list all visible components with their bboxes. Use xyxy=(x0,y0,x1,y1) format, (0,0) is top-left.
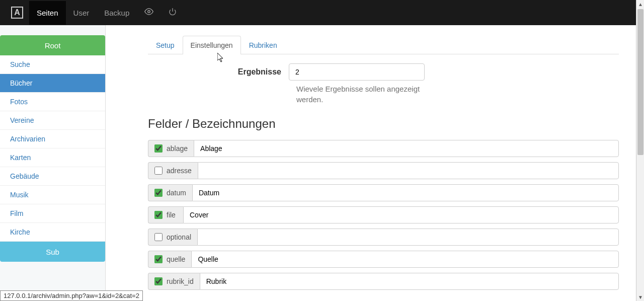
nav-user[interactable]: User xyxy=(66,1,97,25)
sidebar-item-fotos[interactable]: Fotos xyxy=(0,93,105,111)
top-navbar: A Seiten User Backup xyxy=(0,0,644,25)
results-input[interactable] xyxy=(289,63,425,81)
sidebar-item-musik[interactable]: Musik xyxy=(0,186,105,204)
sidebar-item-karten[interactable]: Karten xyxy=(0,148,105,167)
root-button[interactable]: Root xyxy=(0,35,105,55)
scrollbar-thumb[interactable] xyxy=(637,9,643,155)
sidebar: Root Suche Bücher Fotos Vereine Archivar… xyxy=(0,25,106,301)
logo[interactable]: A xyxy=(11,7,23,19)
field-checkbox-quelle[interactable] xyxy=(154,255,163,263)
scroll-up-icon[interactable]: ▲ xyxy=(636,0,644,8)
sidebar-item-kirche[interactable]: Kirche xyxy=(0,223,105,242)
field-value-input-datum[interactable] xyxy=(192,184,619,201)
field-value-input-optional[interactable] xyxy=(197,229,619,246)
results-help: Wievele Ergebnisse sollen angezeigt werd… xyxy=(296,84,427,105)
field-key-label: quelle xyxy=(167,255,185,263)
field-key-label: ablage xyxy=(167,144,188,153)
field-addon: file xyxy=(148,206,183,223)
scroll-down-icon[interactable]: ▼ xyxy=(636,293,644,301)
field-value-input-file[interactable] xyxy=(183,206,619,223)
field-addon: quelle xyxy=(148,251,191,268)
field-key-label: file xyxy=(167,211,176,219)
tabs: Setup Einstellungen Rubriken xyxy=(148,35,619,54)
field-checkbox-datum[interactable] xyxy=(154,189,163,197)
main-panel: Setup Einstellungen Rubriken Ergebnisse … xyxy=(106,25,644,301)
field-key-label: rubrik_id xyxy=(167,277,194,285)
svg-point-0 xyxy=(148,11,150,13)
results-label: Ergebnisse xyxy=(148,67,289,77)
field-row-ablage: ablage xyxy=(148,140,619,157)
field-key-label: datum xyxy=(167,189,186,197)
field-addon: optional xyxy=(148,229,197,246)
tab-einstellungen[interactable]: Einstellungen xyxy=(183,36,241,54)
field-row-adresse: adresse xyxy=(148,162,619,179)
sidebar-item-gebaeude[interactable]: Gebäude xyxy=(0,167,105,186)
field-addon: ablage xyxy=(148,140,194,157)
field-checkbox-rubrik_id[interactable] xyxy=(154,277,163,285)
eye-icon[interactable] xyxy=(137,7,161,18)
status-bar: 127.0.0.1/archiv/admin.php?aw=1&id=2&cat… xyxy=(0,290,143,301)
field-value-input-ablage[interactable] xyxy=(194,140,619,157)
field-value-input-rubrik_id[interactable] xyxy=(200,273,619,290)
field-addon: rubrik_id xyxy=(148,273,200,290)
field-checkbox-adresse[interactable] xyxy=(154,167,163,175)
field-row-datum: datum xyxy=(148,184,619,201)
field-value-input-adresse[interactable] xyxy=(198,162,619,179)
tab-setup[interactable]: Setup xyxy=(148,36,183,54)
sidebar-item-archivarien[interactable]: Archivarien xyxy=(0,130,105,148)
scrollbar[interactable]: ▲ ▼ xyxy=(636,0,644,301)
nav-backup[interactable]: Backup xyxy=(97,1,137,25)
field-row-optional: optional xyxy=(148,229,619,246)
sidebar-item-buecher[interactable]: Bücher xyxy=(0,74,105,93)
sidebar-item-vereine[interactable]: Vereine xyxy=(0,111,105,130)
field-key-label: optional xyxy=(167,233,191,241)
sidebar-item-film[interactable]: Film xyxy=(0,204,105,223)
field-addon: datum xyxy=(148,184,192,201)
field-row-rubrik_id: rubrik_id xyxy=(148,273,619,290)
field-row-file: file xyxy=(148,206,619,223)
sub-button[interactable]: Sub xyxy=(0,242,105,262)
field-addon: adresse xyxy=(148,162,198,179)
tab-rubriken[interactable]: Rubriken xyxy=(241,36,285,54)
field-value-input-quelle[interactable] xyxy=(191,251,619,268)
field-row-quelle: quelle xyxy=(148,251,619,268)
sidebar-item-suche[interactable]: Suche xyxy=(0,55,105,74)
field-key-label: adresse xyxy=(167,167,192,175)
field-checkbox-ablage[interactable] xyxy=(154,144,163,153)
section-title: Felder / Bezeichnungen xyxy=(148,117,619,131)
nav-seiten[interactable]: Seiten xyxy=(29,1,66,25)
power-icon[interactable] xyxy=(161,8,184,18)
field-checkbox-optional[interactable] xyxy=(154,233,163,241)
field-checkbox-file[interactable] xyxy=(154,211,163,219)
